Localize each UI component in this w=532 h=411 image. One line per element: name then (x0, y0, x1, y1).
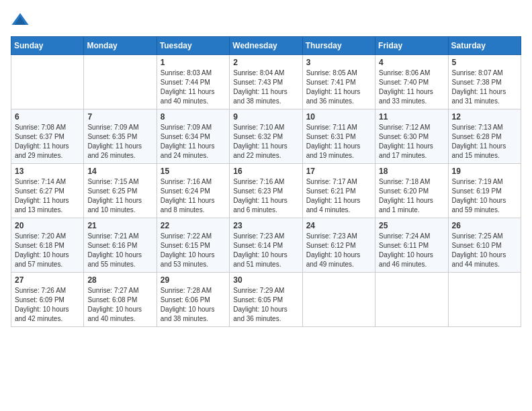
day-info: Sunrise: 7:21 AM Sunset: 6:16 PM Dayligh… (87, 232, 152, 269)
column-header-sunday: Sunday (11, 37, 84, 55)
calendar-cell: 15Sunrise: 7:16 AM Sunset: 6:24 PM Dayli… (157, 164, 229, 218)
day-number: 8 (161, 112, 226, 122)
calendar-week-2: 6Sunrise: 7:08 AM Sunset: 6:37 PM Daylig… (11, 109, 521, 164)
day-number: 28 (87, 275, 152, 285)
day-number: 17 (306, 167, 371, 176)
day-number: 21 (87, 221, 152, 230)
day-info: Sunrise: 7:26 AM Sunset: 6:09 PM Dayligh… (15, 286, 80, 324)
day-info: Sunrise: 8:03 AM Sunset: 7:44 PM Dayligh… (161, 68, 226, 106)
day-number: 25 (379, 221, 444, 230)
day-number: 4 (379, 58, 444, 67)
calendar-week-3: 13Sunrise: 7:14 AM Sunset: 6:27 PM Dayli… (11, 164, 521, 218)
day-info: Sunrise: 7:15 AM Sunset: 6:25 PM Dayligh… (87, 177, 152, 215)
day-info: Sunrise: 8:06 AM Sunset: 7:40 PM Dayligh… (379, 68, 444, 106)
day-number: 14 (87, 167, 152, 176)
day-info: Sunrise: 7:23 AM Sunset: 6:14 PM Dayligh… (233, 232, 298, 269)
day-number: 22 (161, 221, 226, 230)
day-info: Sunrise: 7:09 AM Sunset: 6:34 PM Dayligh… (161, 123, 226, 161)
calendar-cell: 20Sunrise: 7:20 AM Sunset: 6:18 PM Dayli… (11, 218, 84, 273)
calendar-cell: 8Sunrise: 7:09 AM Sunset: 6:34 PM Daylig… (157, 109, 229, 164)
calendar-cell: 27Sunrise: 7:26 AM Sunset: 6:09 PM Dayli… (11, 273, 84, 327)
day-info: Sunrise: 7:11 AM Sunset: 6:31 PM Dayligh… (306, 123, 371, 161)
day-number: 12 (452, 112, 517, 122)
column-header-saturday: Saturday (448, 37, 521, 55)
day-number: 24 (306, 221, 371, 230)
calendar-cell: 5Sunrise: 8:07 AM Sunset: 7:38 PM Daylig… (448, 55, 521, 109)
calendar-cell: 28Sunrise: 7:27 AM Sunset: 6:08 PM Dayli… (84, 273, 157, 327)
day-info: Sunrise: 7:13 AM Sunset: 6:28 PM Dayligh… (452, 123, 517, 161)
day-info: Sunrise: 7:25 AM Sunset: 6:10 PM Dayligh… (452, 232, 517, 269)
day-info: Sunrise: 7:18 AM Sunset: 6:20 PM Dayligh… (379, 177, 444, 215)
calendar-cell: 19Sunrise: 7:19 AM Sunset: 6:19 PM Dayli… (448, 164, 521, 218)
day-number: 19 (452, 167, 517, 176)
calendar-week-1: 1Sunrise: 8:03 AM Sunset: 7:44 PM Daylig… (11, 55, 521, 109)
day-info: Sunrise: 7:28 AM Sunset: 6:06 PM Dayligh… (161, 286, 226, 324)
calendar-cell: 24Sunrise: 7:23 AM Sunset: 6:12 PM Dayli… (302, 218, 375, 273)
calendar-cell: 18Sunrise: 7:18 AM Sunset: 6:20 PM Dayli… (375, 164, 448, 218)
calendar-header-row: SundayMondayTuesdayWednesdayThursdayFrid… (11, 37, 521, 55)
calendar-cell: 12Sunrise: 7:13 AM Sunset: 6:28 PM Dayli… (448, 109, 521, 164)
calendar-cell (84, 55, 157, 109)
day-info: Sunrise: 7:16 AM Sunset: 6:23 PM Dayligh… (233, 177, 298, 215)
calendar-cell (375, 273, 448, 327)
calendar-cell: 2Sunrise: 8:04 AM Sunset: 7:43 PM Daylig… (230, 55, 302, 109)
day-info: Sunrise: 8:04 AM Sunset: 7:43 PM Dayligh… (233, 68, 298, 106)
column-header-friday: Friday (375, 37, 448, 55)
day-number: 9 (233, 112, 298, 122)
day-number: 13 (15, 167, 80, 176)
day-info: Sunrise: 7:24 AM Sunset: 6:11 PM Dayligh… (379, 232, 444, 269)
calendar-week-5: 27Sunrise: 7:26 AM Sunset: 6:09 PM Dayli… (11, 273, 521, 327)
calendar-cell: 30Sunrise: 7:29 AM Sunset: 6:05 PM Dayli… (230, 273, 302, 327)
column-header-tuesday: Tuesday (157, 37, 229, 55)
day-info: Sunrise: 7:27 AM Sunset: 6:08 PM Dayligh… (87, 286, 152, 324)
day-info: Sunrise: 7:17 AM Sunset: 6:21 PM Dayligh… (306, 177, 371, 215)
calendar-cell: 25Sunrise: 7:24 AM Sunset: 6:11 PM Dayli… (375, 218, 448, 273)
calendar-cell (448, 273, 521, 327)
day-number: 11 (379, 112, 444, 122)
day-number: 1 (161, 58, 226, 67)
day-info: Sunrise: 8:07 AM Sunset: 7:38 PM Dayligh… (452, 68, 517, 106)
day-number: 7 (87, 112, 152, 122)
calendar-cell: 14Sunrise: 7:15 AM Sunset: 6:25 PM Dayli… (84, 164, 157, 218)
calendar-cell: 26Sunrise: 7:25 AM Sunset: 6:10 PM Dayli… (448, 218, 521, 273)
day-number: 3 (306, 58, 371, 67)
day-number: 18 (379, 167, 444, 176)
calendar-table: SundayMondayTuesdayWednesdayThursdayFrid… (11, 36, 521, 327)
column-header-monday: Monday (84, 37, 157, 55)
day-number: 2 (233, 58, 298, 67)
calendar-cell: 29Sunrise: 7:28 AM Sunset: 6:06 PM Dayli… (157, 273, 229, 327)
calendar-cell: 10Sunrise: 7:11 AM Sunset: 6:31 PM Dayli… (302, 109, 375, 164)
day-info: Sunrise: 7:22 AM Sunset: 6:15 PM Dayligh… (161, 232, 226, 269)
day-info: Sunrise: 7:08 AM Sunset: 6:37 PM Dayligh… (15, 123, 80, 161)
day-info: Sunrise: 7:10 AM Sunset: 6:32 PM Dayligh… (233, 123, 298, 161)
calendar-cell: 4Sunrise: 8:06 AM Sunset: 7:40 PM Daylig… (375, 55, 448, 109)
calendar-cell: 17Sunrise: 7:17 AM Sunset: 6:21 PM Dayli… (302, 164, 375, 218)
day-number: 26 (452, 221, 517, 230)
day-info: Sunrise: 7:19 AM Sunset: 6:19 PM Dayligh… (452, 177, 517, 215)
day-number: 20 (15, 221, 80, 230)
calendar-cell: 1Sunrise: 8:03 AM Sunset: 7:44 PM Daylig… (157, 55, 229, 109)
day-number: 23 (233, 221, 298, 230)
day-number: 27 (15, 275, 80, 285)
calendar-cell: 11Sunrise: 7:12 AM Sunset: 6:30 PM Dayli… (375, 109, 448, 164)
column-header-thursday: Thursday (302, 37, 375, 55)
calendar-cell: 23Sunrise: 7:23 AM Sunset: 6:14 PM Dayli… (230, 218, 302, 273)
calendar-cell: 13Sunrise: 7:14 AM Sunset: 6:27 PM Dayli… (11, 164, 84, 218)
day-number: 15 (161, 167, 226, 176)
day-info: Sunrise: 7:12 AM Sunset: 6:30 PM Dayligh… (379, 123, 444, 161)
calendar-cell: 7Sunrise: 7:09 AM Sunset: 6:35 PM Daylig… (84, 109, 157, 164)
logo-icon (11, 11, 30, 30)
day-number: 29 (161, 275, 226, 285)
logo (11, 11, 32, 30)
day-info: Sunrise: 7:20 AM Sunset: 6:18 PM Dayligh… (15, 232, 80, 269)
calendar-cell: 21Sunrise: 7:21 AM Sunset: 6:16 PM Dayli… (84, 218, 157, 273)
day-info: Sunrise: 7:29 AM Sunset: 6:05 PM Dayligh… (233, 286, 298, 324)
day-number: 30 (233, 275, 298, 285)
calendar-cell: 16Sunrise: 7:16 AM Sunset: 6:23 PM Dayli… (230, 164, 302, 218)
calendar-cell: 22Sunrise: 7:22 AM Sunset: 6:15 PM Dayli… (157, 218, 229, 273)
calendar-cell: 3Sunrise: 8:05 AM Sunset: 7:41 PM Daylig… (302, 55, 375, 109)
day-info: Sunrise: 7:16 AM Sunset: 6:24 PM Dayligh… (161, 177, 226, 215)
day-number: 6 (15, 112, 80, 122)
calendar-cell (11, 55, 84, 109)
column-header-wednesday: Wednesday (230, 37, 302, 55)
